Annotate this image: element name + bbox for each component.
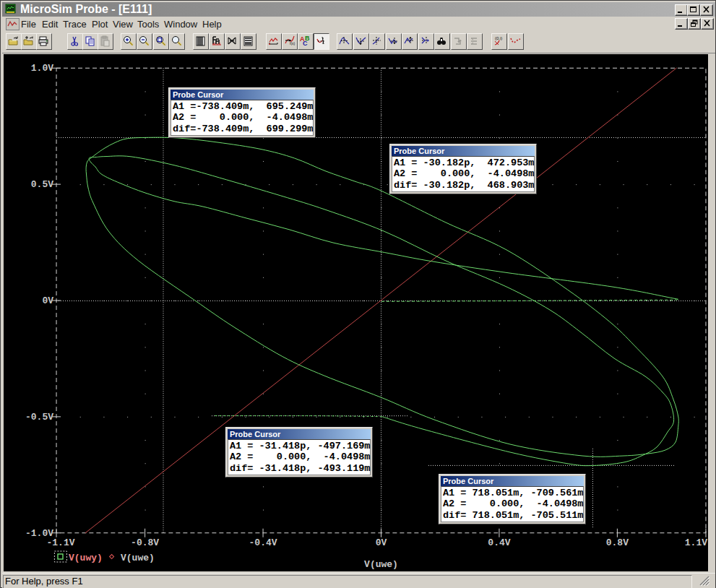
svg-text:V(uwe): V(uwe)	[121, 553, 155, 563]
svg-text:0.4V: 0.4V	[488, 537, 510, 548]
svg-text:-0.8V: -0.8V	[131, 537, 159, 548]
svg-text:0V: 0V	[376, 537, 387, 548]
svg-text:1.0V: 1.0V	[31, 63, 53, 74]
svg-text:V(uwy): V(uwy)	[69, 553, 103, 563]
svg-text:0V: 0V	[42, 295, 53, 306]
svg-text:-0.4V: -0.4V	[249, 537, 277, 548]
svg-text:C: C	[303, 40, 308, 47]
svg-text:0.5V: 0.5V	[31, 179, 53, 190]
svg-text:1.1V: 1.1V	[685, 537, 707, 548]
svg-text:0.8V: 0.8V	[606, 537, 629, 548]
svg-text:-0.5V: -0.5V	[25, 412, 53, 423]
svg-text:-1.1V: -1.1V	[46, 537, 74, 548]
svg-text:(0,i): (0,i)	[495, 36, 502, 40]
svg-text:f(x): f(x)	[290, 41, 296, 46]
svg-text:V(uwe): V(uwe)	[364, 559, 398, 570]
